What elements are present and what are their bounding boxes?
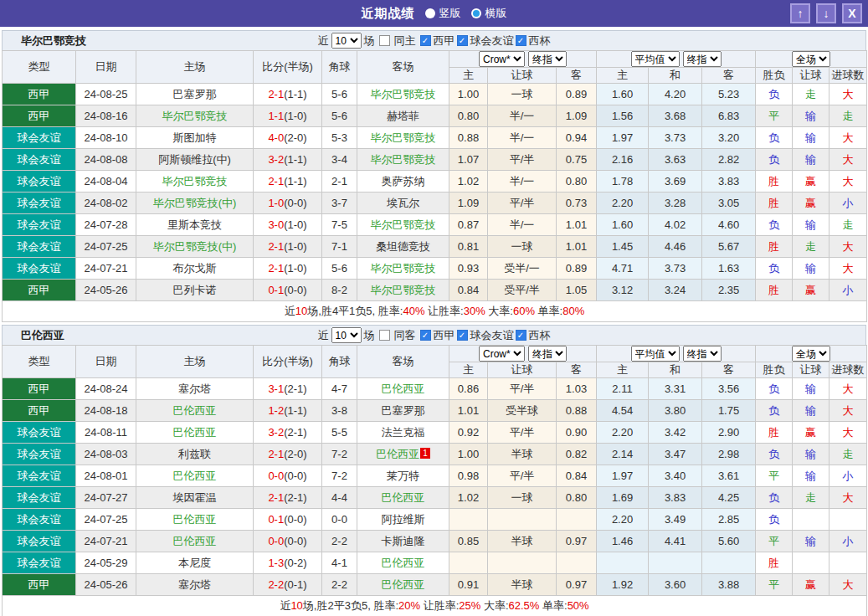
league-checkbox[interactable]: [457, 35, 468, 46]
result-cell: 负: [756, 149, 793, 171]
avg-draw-cell: [649, 552, 702, 574]
average-stage-select[interactable]: 终指: [683, 51, 722, 67]
table-row: 球会友谊 24-07-25 巴伦西亚 0-1(0-0) 0-0 阿拉维斯 2.2…: [3, 509, 867, 531]
summary-part: 60%: [513, 305, 535, 317]
match-count-select[interactable]: 10: [331, 33, 362, 49]
league-checkbox[interactable]: [457, 330, 468, 341]
goals-result-cell: 大: [829, 171, 867, 192]
away-odds-cell: 0.73: [557, 192, 597, 214]
match-type-cell: 西甲: [3, 280, 76, 301]
same-venue-checkbox[interactable]: [379, 330, 390, 341]
avg-draw-cell: 3.28: [649, 192, 702, 214]
avg-draw-cell: 3.42: [649, 422, 702, 444]
handicap-result-cell: [793, 552, 829, 574]
home-team: 毕尔巴鄂竞技: [162, 110, 228, 122]
league-checkbox[interactable]: [516, 330, 526, 341]
avg-home-cell: 1.60: [597, 214, 649, 236]
home-team-cell: 巴伦西亚: [136, 465, 254, 487]
average-stage-select[interactable]: 终指: [683, 346, 722, 362]
odds-group: Crow*终指: [449, 346, 597, 362]
fulltime-score: 0-0: [268, 535, 284, 547]
result-cell: 负: [756, 258, 793, 280]
score-cell: 2-1(1-0): [254, 258, 322, 280]
layout-radio-vertical[interactable]: 竖版: [425, 6, 461, 21]
corner-cell: 4-4: [322, 487, 357, 509]
avg-draw-cell: 3.49: [649, 509, 702, 531]
away-team-cell: 巴伦西亚1: [357, 444, 449, 465]
close-button[interactable]: X: [842, 3, 862, 23]
col-handicap: 让球: [488, 68, 557, 84]
league-filter-item: 西杯: [514, 328, 551, 343]
corner-cell: 5-5: [322, 422, 357, 444]
fulltime-score: 3-2: [268, 153, 284, 166]
result-cell: 胜: [756, 171, 793, 192]
scope-select[interactable]: 全场: [792, 51, 830, 67]
home-team: 巴塞罗那: [173, 88, 217, 100]
avg-away-cell: 3.05: [702, 192, 756, 214]
goals-result-cell: 大: [829, 400, 867, 422]
handicap-result-cell: 输: [793, 531, 829, 552]
odds-company-select[interactable]: Crow*: [479, 51, 525, 67]
avg-away-cell: 3.20: [702, 127, 756, 149]
average-select[interactable]: 平均值: [631, 346, 680, 362]
away-odds-cell: 1.09: [557, 105, 597, 127]
league-label: 西杯: [529, 328, 551, 343]
date-cell: 24-07-25: [76, 509, 136, 531]
league-checkbox[interactable]: [420, 35, 431, 46]
radio-selected-icon[interactable]: [471, 8, 481, 18]
date-cell: 24-08-04: [76, 171, 136, 192]
match-count-select[interactable]: 10: [331, 327, 362, 343]
match-type-cell: 球会友谊: [3, 509, 76, 531]
move-up-button[interactable]: ↑: [790, 3, 810, 23]
home-team-cell: 塞尔塔: [136, 378, 254, 400]
result-cell: 负: [756, 400, 793, 422]
corner-cell: 2-2: [322, 574, 357, 596]
fulltime-score: 1-0: [268, 197, 284, 209]
away-team-cell: 阿拉维斯: [357, 509, 449, 531]
col-home: 主场: [136, 346, 254, 378]
avg-away-cell: 2.85: [702, 509, 756, 531]
avg-home-cell: 2.20: [597, 422, 649, 444]
down-arrow-icon: ↓: [824, 7, 829, 20]
away-team-cell: 巴伦西亚: [357, 552, 449, 574]
home-odds-cell: 0.84: [449, 280, 488, 301]
home-team: 布尔戈斯: [173, 262, 217, 275]
home-team-cell: 塞尔塔: [136, 574, 254, 596]
fulltime-score: 4-0: [268, 131, 284, 144]
scope-select[interactable]: 全场: [792, 346, 830, 362]
fulltime-score: 1-2: [268, 404, 284, 417]
date-cell: 24-05-26: [76, 280, 136, 301]
date-cell: 24-08-25: [76, 84, 136, 105]
col-avg-away: 客: [702, 68, 756, 84]
col-odds-home: 主: [449, 362, 488, 378]
home-team: 塞尔塔: [178, 578, 211, 591]
col-handicap: 让球: [488, 362, 557, 378]
handicap-cell: 平/半: [488, 149, 557, 171]
summary-part: 10: [295, 305, 307, 317]
league-label: 西甲: [434, 33, 455, 49]
handicap-result-cell: 赢: [793, 171, 829, 192]
away-team-cell: 毕尔巴鄂竞技: [357, 127, 449, 149]
odds-company-select[interactable]: Crow*: [479, 346, 525, 362]
odds-stage-select[interactable]: 终指: [528, 346, 567, 362]
away-odds-cell: [557, 552, 597, 574]
league-checkbox[interactable]: [420, 330, 431, 341]
move-down-button[interactable]: ↓: [816, 3, 836, 23]
handicap-result-cell: 输: [793, 444, 829, 465]
home-team: 巴伦西亚: [173, 470, 217, 482]
match-type-cell: 球会友谊: [3, 552, 76, 574]
avg-home-cell: 1.78: [597, 171, 649, 192]
table-row: 西甲 24-08-16 毕尔巴鄂竞技 1-1(1-0) 5-6 赫塔菲 0.80…: [3, 105, 867, 127]
scope-group: 全场: [756, 346, 867, 362]
fulltime-score: 3-0: [268, 218, 284, 231]
radio-icon[interactable]: [425, 8, 435, 18]
same-venue-checkbox[interactable]: [379, 35, 390, 46]
avg-away-cell: 2.90: [702, 422, 756, 444]
odds-stage-select[interactable]: 终指: [528, 51, 567, 67]
average-select[interactable]: 平均值: [631, 51, 680, 67]
league-checkbox[interactable]: [516, 35, 526, 46]
avg-away-cell: 1.63: [702, 258, 756, 280]
layout-radio-horizontal[interactable]: 横版: [471, 6, 507, 21]
away-team: 毕尔巴鄂竞技: [371, 218, 436, 231]
handicap-result-cell: [793, 509, 829, 531]
